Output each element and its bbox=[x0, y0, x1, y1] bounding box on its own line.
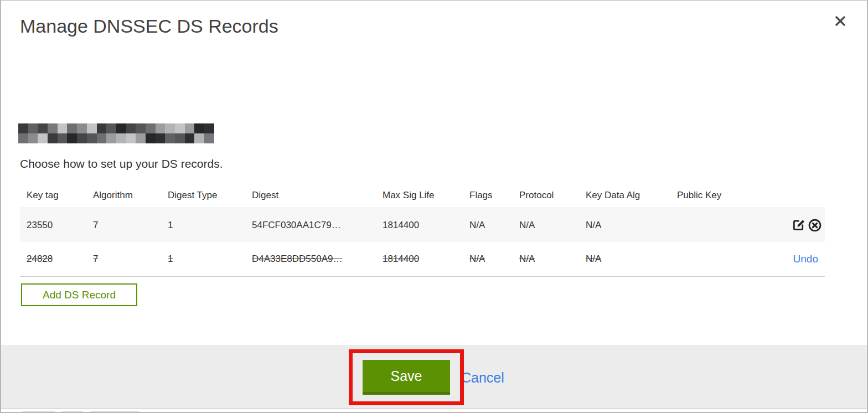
row2-flags: N/A bbox=[469, 254, 519, 265]
row1-protocol: N/A bbox=[519, 220, 586, 231]
redaction-pixel bbox=[136, 133, 146, 143]
row1-max-sig-life: 1814400 bbox=[383, 220, 469, 231]
redaction-pixel bbox=[136, 123, 146, 133]
redaction-pixel bbox=[185, 133, 195, 143]
redaction-pixel bbox=[126, 133, 136, 143]
redaction-pixel bbox=[194, 123, 204, 133]
row1-actions bbox=[755, 218, 825, 233]
table-row-deleted: 24828 7 1 D4A33E8DD550A9… 1814400 N/A N/… bbox=[20, 242, 825, 277]
redaction-pixel bbox=[106, 123, 116, 133]
redaction-pixel bbox=[87, 123, 97, 133]
redaction-pixel bbox=[18, 133, 28, 143]
redaction-pixel bbox=[67, 123, 77, 133]
redaction-pixel bbox=[77, 123, 87, 133]
col-header-protocol: Protocol bbox=[519, 190, 586, 201]
redaction-pixel bbox=[185, 123, 195, 133]
redaction-pixel bbox=[204, 123, 214, 133]
row1-key-data-alg: N/A bbox=[586, 220, 677, 231]
col-header-key-data-alg: Key Data Alg bbox=[586, 190, 677, 201]
row2-algorithm: 7 bbox=[93, 254, 168, 265]
row1-flags: N/A bbox=[469, 220, 519, 231]
redaction-pixel bbox=[146, 123, 156, 133]
add-ds-record-button[interactable]: Add DS Record bbox=[21, 283, 137, 306]
edit-record-button[interactable] bbox=[790, 218, 806, 233]
delete-circle-x-icon bbox=[808, 218, 822, 233]
col-header-key-tag: Key tag bbox=[27, 190, 93, 201]
redaction-pixel bbox=[175, 133, 185, 143]
row2-digest-type: 1 bbox=[168, 254, 252, 265]
cancel-link[interactable]: Cancel bbox=[461, 370, 504, 386]
redaction-pixel bbox=[58, 133, 68, 143]
redaction-pixel bbox=[116, 133, 126, 143]
redaction-pixel bbox=[146, 133, 156, 143]
row1-algorithm: 7 bbox=[93, 220, 168, 231]
redaction-pixel bbox=[38, 133, 48, 143]
redaction-pixel bbox=[48, 123, 58, 133]
row2-digest: D4A33E8DD550A9… bbox=[252, 254, 383, 265]
redaction-pixel bbox=[97, 123, 107, 133]
ds-records-table: Key tag Algorithm Digest Type Digest Max… bbox=[20, 183, 825, 277]
redaction-pixel bbox=[38, 123, 48, 133]
background-page-edge bbox=[0, 410, 868, 413]
close-icon[interactable] bbox=[830, 11, 850, 31]
edit-icon bbox=[792, 218, 805, 232]
row1-digest: 54FCF030AA1C79… bbox=[252, 220, 383, 231]
redaction-pixel bbox=[87, 133, 97, 143]
row1-digest-type: 1 bbox=[168, 220, 252, 231]
redaction-pixel bbox=[165, 123, 175, 133]
redaction-pixel bbox=[48, 133, 58, 143]
subtitle-text: Choose how to set up your DS records. bbox=[20, 157, 223, 171]
page-title: Manage DNSSEC DS Records bbox=[20, 16, 278, 37]
table-header-row: Key tag Algorithm Digest Type Digest Max… bbox=[20, 183, 825, 208]
redaction-pixel bbox=[116, 123, 126, 133]
row2-max-sig-life: 1814400 bbox=[383, 254, 469, 265]
col-header-digest-type: Digest Type bbox=[168, 190, 252, 201]
redaction-pixel bbox=[18, 123, 28, 133]
redaction-pixel bbox=[194, 133, 204, 143]
row2-key-data-alg: N/A bbox=[586, 254, 677, 265]
col-header-flags: Flags bbox=[469, 190, 519, 201]
redaction-pixel bbox=[156, 133, 166, 143]
row2-key-tag: 24828 bbox=[27, 254, 93, 265]
col-header-algorithm: Algorithm bbox=[93, 190, 168, 201]
col-header-max-sig-life: Max Sig Life bbox=[383, 190, 469, 201]
redaction-pixel bbox=[58, 123, 68, 133]
row1-key-tag: 23550 bbox=[27, 220, 93, 231]
row2-actions: Undo bbox=[755, 253, 825, 265]
redaction-pixel bbox=[97, 133, 107, 143]
redaction-pixel bbox=[204, 133, 214, 143]
redaction-pixel bbox=[28, 123, 38, 133]
redacted-domain-name bbox=[18, 123, 214, 143]
redaction-pixel bbox=[28, 133, 38, 143]
table-row: 23550 7 1 54FCF030AA1C79… 1814400 N/A N/… bbox=[20, 208, 825, 242]
save-button[interactable]: Save bbox=[363, 360, 450, 395]
col-header-digest: Digest bbox=[252, 190, 383, 201]
redaction-pixel bbox=[175, 123, 185, 133]
redaction-pixel bbox=[67, 133, 77, 143]
redaction-pixel bbox=[126, 123, 136, 133]
redaction-pixel bbox=[77, 133, 87, 143]
row2-protocol: N/A bbox=[519, 254, 586, 265]
undo-link[interactable]: Undo bbox=[793, 253, 823, 265]
redaction-pixel bbox=[156, 123, 166, 133]
col-header-public-key: Public Key bbox=[677, 190, 755, 201]
redaction-pixel bbox=[106, 133, 116, 143]
redaction-pixel bbox=[165, 133, 175, 143]
close-x-glyph bbox=[834, 15, 846, 27]
delete-record-button[interactable] bbox=[807, 218, 823, 233]
